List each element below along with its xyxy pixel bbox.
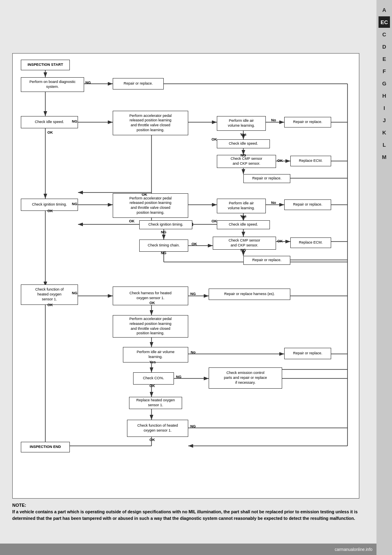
check-idle-speed-3-box: Check idle speed. bbox=[217, 220, 270, 229]
replace-ecm-1-box: Replace ECM. bbox=[290, 156, 331, 166]
replace-ho2s-box: Replace heated oxygensensor 1. bbox=[129, 397, 182, 409]
ok-label-cmp1: OK bbox=[277, 159, 283, 163]
bottom-bar: carmanualonline.info bbox=[0, 544, 376, 555]
ok-label-idle3: OK bbox=[212, 219, 217, 223]
ok-label-1: OK bbox=[212, 137, 217, 141]
check-function-ho2s-box: Check function ofheated oxygensensor 1. bbox=[21, 284, 78, 305]
perform-idle-air-2-box: Perform idle airvolume learning. bbox=[217, 199, 266, 213]
repair-replace-5-box: Repair or replace. bbox=[243, 256, 290, 265]
yes-label-3: Yes bbox=[149, 360, 156, 364]
ok-label-ho2s2: OK bbox=[149, 438, 155, 442]
sidebar-letter-a: A bbox=[379, 4, 390, 16]
no-label-2: No bbox=[271, 201, 276, 205]
inspection-end-box: INSPECTION END bbox=[21, 442, 70, 452]
yes-label-2: Yes bbox=[240, 214, 247, 218]
ng-label-co: NG bbox=[176, 375, 182, 379]
watermark-text: carmanualonline.info bbox=[335, 547, 372, 552]
sidebar-letter-e: E bbox=[379, 53, 390, 65]
note-label: NOTE: bbox=[12, 503, 359, 508]
ok-label-harness: OK bbox=[149, 301, 155, 305]
perform-idle-air-1-box: Perform idle airvolume learning. bbox=[217, 116, 266, 131]
accel-pedal-2-box: Perform accelerator pedalreleased positi… bbox=[113, 193, 188, 218]
ok-label-chain: OK bbox=[192, 242, 197, 246]
ok-label-accel1: OK bbox=[142, 192, 147, 197]
accel-pedal-3-box: Perform accelerator pedalreleased positi… bbox=[113, 315, 188, 338]
main-content: INSPECTION START Perform on board diagno… bbox=[0, 0, 376, 555]
check-ignition-timing-2-box: Check ignition timing. bbox=[139, 220, 192, 229]
inspection-start-box: INSPECTION START bbox=[21, 60, 70, 70]
check-idle-speed-2-box: Check idle speed. bbox=[217, 139, 270, 148]
check-co-box: Check CO%. bbox=[133, 372, 174, 385]
sidebar-letter-i: I bbox=[379, 102, 390, 114]
sidebar-letter-f: F bbox=[379, 65, 390, 77]
ok-label-idle1: OK bbox=[47, 130, 53, 134]
repair-replace-harness-box: Repair or replace harness (es). bbox=[209, 289, 290, 300]
ng-label-chain: NG bbox=[161, 251, 167, 255]
ok-label-ho2s: OK bbox=[47, 303, 53, 307]
repair-replace-2-box: Repair or replace. bbox=[284, 117, 331, 128]
ng-label-harness: NG bbox=[190, 292, 196, 296]
ng-label-cmp1: NG bbox=[241, 153, 246, 157]
ng-label-ho2s: NG bbox=[72, 291, 78, 295]
replace-ecm-2-box: Replace ECM. bbox=[290, 237, 331, 248]
ok-label-ign: OK bbox=[47, 209, 53, 213]
ng-label-1: NG bbox=[85, 81, 91, 85]
on-board-diag-box: Perform on board diagnostic system. bbox=[21, 77, 84, 92]
ng-label-ho2s2: NG bbox=[190, 424, 196, 428]
ng-label-2: NG bbox=[72, 119, 78, 123]
sidebar-letter-k: K bbox=[379, 127, 390, 138]
check-emission-box: Check emission controlparts and repair o… bbox=[209, 367, 282, 389]
ng-label-cmp2: NG bbox=[241, 248, 246, 252]
sidebar-letter-g: G bbox=[379, 78, 390, 89]
sidebar-letter-l: L bbox=[379, 139, 390, 150]
check-function-ho2s-2-box: Check function of heatedoxygen sensor 1. bbox=[127, 420, 188, 437]
note-section: NOTE: If a vehicle contains a part which… bbox=[12, 503, 359, 522]
ok-label-co: OK bbox=[149, 384, 155, 388]
yes-label-1: Yes bbox=[240, 132, 247, 137]
repair-replace-3-box: Repair or replace. bbox=[243, 174, 290, 183]
sidebar-letter-c: C bbox=[379, 29, 390, 40]
sidebar-letter-h: H bbox=[379, 90, 390, 101]
repair-replace-4-box: Repair or replace. bbox=[284, 199, 331, 210]
check-timing-chain-box: Check timing chain. bbox=[139, 239, 188, 252]
sidebar-letter-m: M bbox=[379, 151, 390, 163]
note-text: If a vehicle contains a part which is op… bbox=[12, 509, 359, 522]
repair-replace-6-box: Repair or replace. bbox=[284, 348, 331, 359]
no-label-1: No bbox=[271, 118, 276, 122]
no-label-3: No bbox=[191, 350, 196, 354]
ng-label-ign2: NG bbox=[161, 230, 167, 234]
repair-replace-1-box: Repair or replace. bbox=[113, 78, 164, 90]
sidebar-letter-j: J bbox=[379, 114, 390, 126]
check-cmp-ckp-1-box: Check CMP sensorand CKP sensor. bbox=[217, 155, 276, 168]
sidebar-letter-ec: EC bbox=[379, 16, 390, 28]
ok-label-cmp2: OK bbox=[277, 239, 283, 243]
accel-pedal-1-box: Perform accelerator pedalreleased positi… bbox=[113, 111, 188, 135]
ng-label-ign: NG bbox=[72, 202, 78, 206]
check-idle-speed-1-box: Check idle speed. bbox=[21, 116, 78, 128]
sidebar: A EC C D E F G H I J K L M bbox=[376, 0, 392, 555]
sidebar-letter-d: D bbox=[379, 41, 390, 52]
diagram-container: INSPECTION START Perform on board diagno… bbox=[12, 53, 359, 499]
ok-label-ign2: OK bbox=[129, 219, 135, 223]
